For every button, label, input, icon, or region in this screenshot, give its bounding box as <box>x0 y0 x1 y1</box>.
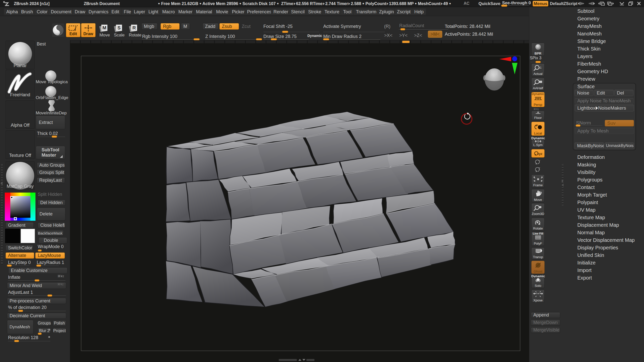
svg-text:Y: Y <box>539 160 540 162</box>
svg-text:x1: x1 <box>539 66 542 69</box>
svg-text:xyz: xyz <box>537 152 542 156</box>
svg-text:Z: Z <box>539 167 540 170</box>
